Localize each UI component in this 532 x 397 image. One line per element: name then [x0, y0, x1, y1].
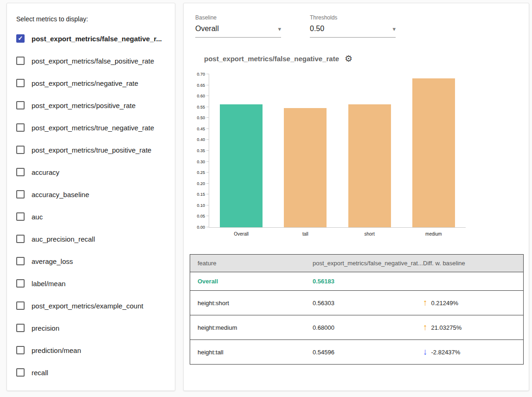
metric-label[interactable]: label/mean [32, 280, 65, 288]
metric-item-precision[interactable]: precision [16, 317, 166, 339]
checkbox-unchecked-icon[interactable] [16, 123, 25, 132]
y-tick-label: 0.15 [187, 192, 205, 197]
table-header-row: featurepost_export_metrics/false_negativ… [190, 255, 524, 272]
diff-value: 21.03275% [431, 324, 462, 331]
table-row-height-tall[interactable]: height:tall0.54596↓-2.82437% [190, 340, 524, 365]
metric-label[interactable]: post_export_metrics/false_negative_r... [32, 35, 162, 43]
metric-label[interactable]: average_loss [32, 257, 73, 265]
checkbox-unchecked-icon[interactable] [16, 346, 25, 354]
metric-label[interactable]: accuracy [32, 168, 59, 176]
bar-short[interactable] [348, 104, 391, 227]
metric-label[interactable]: accuracy_baseline [32, 191, 89, 198]
chevron-down-icon[interactable]: ▾ [392, 26, 396, 32]
checkbox-unchecked-icon[interactable] [16, 190, 25, 198]
bar-medium[interactable] [412, 78, 455, 227]
chevron-down-icon[interactable]: ▾ [278, 26, 281, 32]
metric-selector-title: Select metrics to display: [16, 15, 166, 23]
metric-item-recall[interactable]: recall [16, 361, 166, 384]
table-row-height-medium[interactable]: height:medium0.68000↑21.03275% [190, 315, 524, 340]
metrics-list: ✓post_export_metrics/false_negative_r...… [16, 27, 166, 384]
checkbox-unchecked-icon[interactable] [16, 146, 25, 154]
metric-item-post-export-metrics-true-negative-rate[interactable]: post_export_metrics/true_negative_rate [16, 116, 166, 139]
y-tick-label: 0.10 [187, 203, 205, 208]
diff-cell [416, 272, 524, 291]
bar-tall[interactable] [284, 108, 327, 227]
thresholds-select[interactable]: 0.50 ▾ [310, 25, 396, 38]
metric-item-post-export-metrics-negative-rate[interactable]: post_export_metrics/negative_rate [16, 72, 166, 94]
diff-value: 0.21249% [431, 300, 459, 307]
metric-item-accuracy-baseline[interactable]: accuracy_baseline [16, 183, 166, 205]
bar-column-short: short [338, 74, 402, 227]
bar-plot: Overalltallshortmedium [209, 74, 466, 228]
metric-label[interactable]: post_export_metrics/true_positive_rate [32, 146, 151, 154]
metric-label[interactable]: precision [32, 324, 59, 332]
metric-label[interactable]: post_export_metrics/positive_rate [32, 102, 135, 109]
metric-label[interactable]: post_export_metrics/negative_rate [32, 79, 138, 87]
value-cell: 0.56183 [305, 272, 416, 291]
y-tick-label: 0.25 [187, 170, 205, 175]
feature-cell: Overall [190, 272, 306, 291]
y-tick-label: 0.45 [187, 127, 205, 131]
metric-item-post-export-metrics-false-positive-rate[interactable]: post_export_metrics/false_positive_rate [16, 50, 166, 72]
metric-item-post-export-metrics-true-positive-rate[interactable]: post_export_metrics/true_positive_rate [16, 139, 166, 161]
baseline-select[interactable]: Overall ▾ [195, 25, 281, 38]
metric-label[interactable]: post_export_metrics/example_count [32, 302, 143, 310]
metric-item-label-mean[interactable]: label/mean [16, 272, 166, 295]
metrics-table: featurepost_export_metrics/false_negativ… [190, 254, 524, 365]
checkbox-unchecked-icon[interactable] [16, 257, 25, 265]
settings-gear-icon[interactable]: ⚙ [345, 53, 353, 64]
diff-cell: ↑0.21249% [416, 291, 524, 315]
metric-item-auc[interactable]: auc [16, 205, 166, 228]
table-row-height-short[interactable]: height:short0.56303↑0.21249% [190, 291, 524, 315]
metric-label[interactable]: prediction/mean [32, 346, 81, 354]
y-tick-label: 0.35 [187, 148, 205, 153]
metric-item-accuracy[interactable]: accuracy [16, 161, 166, 183]
y-tick-label: 0.40 [187, 137, 205, 142]
metric-label[interactable]: post_export_metrics/true_negative_rate [32, 124, 154, 132]
y-tick-label: 0.30 [187, 160, 205, 164]
diff-cell: ↑21.03275% [416, 315, 524, 340]
x-tick-label: Overall [209, 231, 273, 237]
checkbox-unchecked-icon[interactable] [16, 324, 25, 332]
y-tick-label: 0.20 [187, 181, 205, 186]
thresholds-dropdown[interactable]: Thresholds 0.50 ▾ [310, 14, 396, 38]
checkbox-unchecked-icon[interactable] [16, 101, 25, 109]
feature-cell: height:medium [190, 315, 306, 340]
checkbox-checked-icon[interactable]: ✓ [16, 34, 25, 43]
bar-overall[interactable] [220, 104, 263, 227]
metric-selector-panel: Select metrics to display: ✓post_export_… [6, 3, 175, 391]
metric-label[interactable]: recall [32, 369, 48, 377]
metric-label[interactable]: auc_precision_recall [32, 235, 95, 243]
metric-item-post-export-metrics-positive-rate[interactable]: post_export_metrics/positive_rate [16, 94, 166, 116]
checkbox-unchecked-icon[interactable] [16, 79, 25, 87]
y-axis: 0.000.050.100.150.200.250.300.350.400.45… [187, 74, 205, 227]
checkbox-unchecked-icon[interactable] [16, 168, 25, 176]
table-row-overall[interactable]: Overall0.56183 [190, 272, 524, 291]
metric-item-average-loss[interactable]: average_loss [16, 250, 166, 272]
checkbox-unchecked-icon[interactable] [16, 212, 25, 221]
baseline-value: Overall [195, 25, 219, 33]
bar-column-overall: Overall [209, 74, 273, 227]
metric-label[interactable]: auc [32, 213, 43, 221]
table-header-0: feature [190, 255, 306, 272]
diff-value: -2.82437% [431, 349, 461, 356]
checkbox-unchecked-icon[interactable] [16, 235, 25, 243]
checkbox-unchecked-icon[interactable] [16, 368, 25, 377]
fairness-indicators-page: Select metrics to display: ✓post_export_… [0, 0, 532, 397]
y-tick-label: 0.00 [187, 225, 205, 230]
up-arrow-icon: ↑ [423, 322, 428, 332]
baseline-dropdown[interactable]: Baseline Overall ▾ [195, 14, 281, 38]
checkbox-unchecked-icon[interactable] [16, 279, 25, 288]
checkbox-unchecked-icon[interactable] [16, 301, 25, 310]
thresholds-value: 0.50 [310, 25, 324, 33]
metric-label[interactable]: post_export_metrics/false_positive_rate [32, 57, 154, 65]
y-tick-label: 0.05 [187, 214, 205, 218]
chart-title: post_export_metrics/false_negative_rate [204, 55, 339, 63]
metric-item-post-export-metrics-example-count[interactable]: post_export_metrics/example_count [16, 295, 166, 317]
metric-item-auc-precision-recall[interactable]: auc_precision_recall [16, 228, 166, 250]
y-tick-label: 0.70 [187, 72, 205, 77]
x-tick-label: tall [273, 231, 337, 237]
metric-item-prediction-mean[interactable]: prediction/mean [16, 339, 166, 361]
checkbox-unchecked-icon[interactable] [16, 57, 25, 65]
metric-item-post-export-metrics-false-negative-r[interactable]: ✓post_export_metrics/false_negative_r... [16, 27, 166, 50]
